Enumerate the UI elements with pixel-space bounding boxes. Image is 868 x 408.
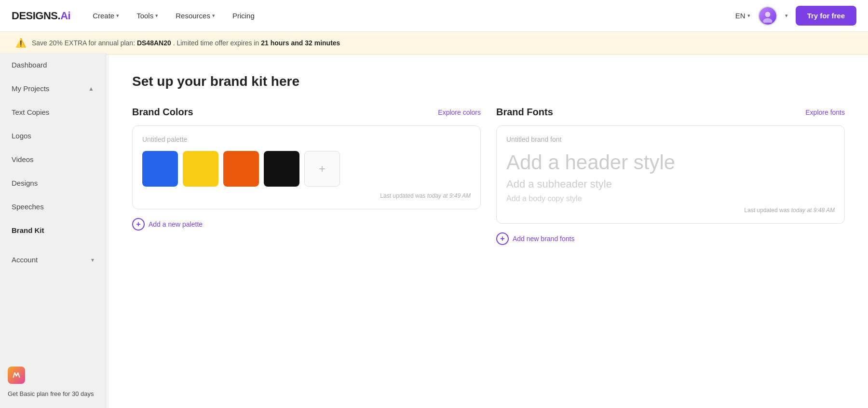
sidebar-item-videos[interactable]: Videos bbox=[0, 148, 106, 171]
nav-create-chevron: ▾ bbox=[116, 13, 119, 19]
sidebar: Dashboard My Projects ▲ Text Copies Logo… bbox=[0, 53, 106, 408]
nav-tools[interactable]: Tools ▾ bbox=[130, 8, 165, 24]
font-updated-text: Last updated was today at 9:48 AM bbox=[506, 207, 835, 214]
nav-menu: Create ▾ Tools ▾ Resources ▾ Pricing bbox=[86, 8, 735, 24]
language-selector[interactable]: EN ▾ bbox=[735, 12, 750, 20]
palette-card: Untitled palette + Last updated was toda… bbox=[132, 125, 481, 209]
add-palette-icon: + bbox=[132, 218, 145, 231]
nav-resources-chevron: ▾ bbox=[212, 13, 215, 19]
user-avatar[interactable] bbox=[758, 6, 777, 26]
svg-point-0 bbox=[765, 12, 770, 17]
font-subheader-preview: Add a subheader style bbox=[506, 178, 835, 190]
add-fonts-label: Add new brand fonts bbox=[513, 235, 574, 243]
add-fonts-icon: + bbox=[496, 232, 509, 245]
brand-fonts-header: Brand Fonts Explore fonts bbox=[496, 107, 845, 118]
nav-pricing-label: Pricing bbox=[232, 12, 255, 20]
lang-label: EN bbox=[735, 12, 746, 20]
logo-text: DESIGNS.Ai bbox=[12, 10, 70, 22]
font-name: Untitled brand font bbox=[506, 136, 835, 143]
color-swatch-yellow[interactable] bbox=[183, 151, 218, 187]
nav-resources[interactable]: Resources ▾ bbox=[169, 8, 222, 24]
brand-fonts-section: Brand Fonts Explore fonts Untitled brand… bbox=[496, 107, 845, 245]
nav-tools-chevron: ▾ bbox=[155, 13, 158, 19]
sidebar-upgrade-text: Get Basic plan free for 30 days bbox=[8, 390, 98, 398]
sidebar-item-designs[interactable]: Designs bbox=[0, 171, 106, 195]
nav-pricing[interactable]: Pricing bbox=[226, 8, 261, 24]
logo[interactable]: DESIGNS.Ai bbox=[12, 10, 70, 22]
my-projects-chevron: ▲ bbox=[88, 85, 94, 92]
avatar-image bbox=[759, 7, 776, 25]
color-swatch-black[interactable] bbox=[264, 151, 299, 187]
lang-chevron: ▾ bbox=[747, 13, 750, 19]
promo-banner: ⚠️ Save 20% EXTRA for annual plan: DS48A… bbox=[0, 32, 868, 54]
navbar: DESIGNS.Ai Create ▾ Tools ▾ Resources ▾ … bbox=[0, 0, 868, 32]
warning-icon: ⚠️ bbox=[15, 38, 26, 48]
color-swatches: + bbox=[142, 151, 471, 187]
main-content: Set up your brand kit here Brand Colors … bbox=[109, 54, 868, 408]
brand-fonts-title: Brand Fonts bbox=[496, 107, 553, 118]
font-body-preview: Add a body copy style bbox=[506, 194, 835, 203]
sidebar-logo-small bbox=[8, 367, 25, 384]
color-add-button[interactable]: + bbox=[304, 151, 340, 187]
font-card: Untitled brand font Add a header style A… bbox=[496, 125, 845, 224]
nav-create[interactable]: Create ▾ bbox=[86, 8, 126, 24]
add-new-palette-button[interactable]: + Add a new palette bbox=[132, 218, 481, 231]
brand-sections: Brand Colors Explore colors Untitled pal… bbox=[132, 107, 845, 245]
sidebar-item-logos[interactable]: Logos bbox=[0, 124, 106, 148]
add-new-fonts-button[interactable]: + Add new brand fonts bbox=[496, 232, 845, 245]
svg-point-1 bbox=[763, 18, 772, 22]
account-chevron: ▾ bbox=[91, 257, 94, 263]
nav-tools-label: Tools bbox=[136, 12, 153, 20]
try-free-button[interactable]: Try for free bbox=[796, 6, 856, 26]
nav-resources-label: Resources bbox=[176, 12, 210, 20]
font-header-preview: Add a header style bbox=[506, 151, 835, 174]
brand-colors-title: Brand Colors bbox=[132, 107, 193, 118]
color-swatch-orange[interactable] bbox=[223, 151, 259, 187]
palette-updated-text: Last updated was today at 9:49 AM bbox=[142, 192, 471, 199]
app-layout: Dashboard My Projects ▲ Text Copies Logo… bbox=[0, 54, 868, 408]
avatar-chevron[interactable]: ▾ bbox=[785, 13, 788, 19]
add-palette-label: Add a new palette bbox=[149, 220, 203, 228]
palette-name: Untitled palette bbox=[142, 136, 471, 143]
sidebar-item-brand-kit[interactable]: Brand Kit bbox=[0, 218, 106, 242]
explore-fonts-link[interactable]: Explore fonts bbox=[805, 109, 845, 116]
page-title: Set up your brand kit here bbox=[132, 74, 845, 89]
brand-colors-header: Brand Colors Explore colors bbox=[132, 107, 481, 118]
sidebar-bottom: Get Basic plan free for 30 days bbox=[0, 357, 106, 408]
avatar-icon bbox=[761, 9, 774, 23]
sidebar-item-account[interactable]: Account ▾ bbox=[0, 248, 106, 272]
color-swatch-blue[interactable] bbox=[142, 151, 178, 187]
nav-create-label: Create bbox=[93, 12, 114, 20]
sidebar-item-text-copies[interactable]: Text Copies bbox=[0, 100, 106, 124]
brand-colors-section: Brand Colors Explore colors Untitled pal… bbox=[132, 107, 481, 245]
designs-ai-small-icon bbox=[12, 370, 21, 380]
sidebar-item-my-projects[interactable]: My Projects ▲ bbox=[0, 77, 106, 100]
sidebar-item-dashboard[interactable]: Dashboard bbox=[0, 53, 106, 77]
sidebar-item-speeches[interactable]: Speeches bbox=[0, 195, 106, 218]
navbar-right: EN ▾ ▾ Try for free bbox=[735, 6, 856, 26]
explore-colors-link[interactable]: Explore colors bbox=[438, 109, 481, 116]
banner-text: Save 20% EXTRA for annual plan: DS48AN20… bbox=[32, 39, 340, 47]
